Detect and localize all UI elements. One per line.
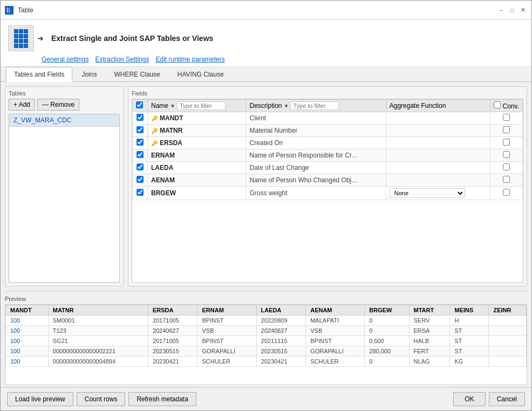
tab-joins[interactable]: Joins [73,67,105,81]
header: ➜ Extract Single and Joint SAP Tables or… [1,20,531,67]
preview-table-wrap[interactable]: MANDTMATNRERSDAERNAMLAEDAAENAMBRGEWMTART… [5,304,527,385]
preview-col-header: ZEINR [489,305,527,316]
row-checkbox[interactable] [137,176,144,183]
key-icon: 🔑 [151,115,158,121]
preview-cell: 0 [365,316,409,326]
table-row: LAEDADate of Last Change [133,162,523,174]
cancel-button[interactable]: Cancel [489,392,525,406]
conv-checkbox[interactable] [503,126,510,133]
name-filter-input[interactable] [177,101,226,110]
tab-bar: Tables and Fields Joins WHERE Clause HAV… [1,67,531,82]
window-title: Table [18,6,33,14]
field-desc-cell: Date of Last Change [246,162,386,174]
add-table-button[interactable]: + Add [9,99,35,111]
preview-cell: 20171005 [148,336,197,346]
preview-tbody: 100SM000120171005BPINST20220809MALAPATI0… [6,316,527,367]
general-settings-link[interactable]: General settings [42,56,88,63]
field-name-cell: 🔑ERSDA [148,137,246,149]
name-col-label: Name [151,102,168,109]
row-checkbox[interactable] [137,126,144,133]
table-row: 🔑MANDTClient [133,112,523,125]
tables-toolbar: + Add — Remove [9,99,120,111]
table-item[interactable]: Z_VW_MARA_CDC [9,114,119,127]
row-checkbox[interactable] [137,139,144,146]
tables-label: Tables [9,90,120,97]
header-links: General settings Extraction Settings Edi… [8,56,524,63]
app-icon: b [5,6,13,15]
tab-having-clause[interactable]: HAVING Clause [169,67,232,81]
field-desc-cell: Client [246,112,386,125]
grid-icon [14,29,28,48]
title-bar-left: b Table [5,6,33,15]
preview-cell: SERV [409,316,450,326]
row-checkbox[interactable] [137,189,144,196]
conv-header-checkbox[interactable] [494,101,501,108]
fields-table-wrap: Name ▼ Description ▼ [132,99,523,283]
conv-checkbox[interactable] [503,176,510,183]
preview-col-header: MEINS [450,305,489,316]
preview-cell: 20230421 [256,357,306,367]
preview-row: 100SM000120171005BPINST20220809MALAPATI0… [6,316,527,326]
remove-table-button[interactable]: — Remove [37,99,79,111]
close-button[interactable]: ✕ [519,6,527,15]
preview-cell [489,357,527,367]
preview-cell [489,316,527,326]
row-checkbox[interactable] [137,151,144,158]
preview-cell: ST [450,326,489,336]
ok-button[interactable]: OK [453,392,485,406]
preview-header-row: MANDTMATNRERSDAERNAMLAEDAAENAMBRGEWMTART… [6,305,527,316]
tab-where-clause[interactable]: WHERE Clause [106,67,168,81]
minimize-button[interactable]: − [497,6,506,15]
conv-checkbox[interactable] [503,139,510,146]
window-controls: − □ ✕ [497,6,527,15]
extraction-settings-link[interactable]: Extraction Settings [95,56,149,63]
preview-cell: 0000000000000004894 [48,357,148,367]
maximize-button[interactable]: □ [508,6,516,15]
conv-checkbox[interactable] [503,189,510,196]
field-name-cell: AENAM [148,174,246,187]
conv-checkbox[interactable] [503,163,510,170]
count-rows-button[interactable]: Count rows [77,392,126,406]
preview-cell [489,346,527,357]
col-header-conv: Conv. [490,100,523,112]
tab-tables-fields[interactable]: Tables and Fields [6,67,72,82]
main-content: Tables + Add — Remove Z_VW_MARA_CDC Fiel… [1,82,531,291]
preview-cell: SM0001 [48,316,148,326]
preview-cell: 100 [6,357,49,367]
preview-col-header: LAEDA [256,305,306,316]
aggregate-select[interactable]: None [390,188,465,198]
field-desc-cell: Name of Person Who Changed Obj… [246,174,386,187]
table-row: AENAMName of Person Who Changed Obj… [133,174,523,187]
preview-cell: 20211115 [256,336,306,346]
conv-check-header: Conv. [494,102,519,110]
preview-cell: HALB [409,336,450,346]
table-row: 🔑MATNRMaterial Number [133,125,523,137]
col-header-check [133,100,148,112]
conv-checkbox[interactable] [503,151,510,158]
field-aggregate-cell: None [386,187,490,200]
row-checkbox[interactable] [137,114,144,121]
preview-cell: ST [450,336,489,346]
desc-filter-input[interactable] [290,101,339,110]
header-title: Extract Single and Joint SAP Tables or V… [51,34,213,43]
preview-cell: VSB [197,326,256,336]
preview-cell: SCHULER [197,357,256,367]
fields-table: Name ▼ Description ▼ [132,99,523,200]
preview-cell: 20171005 [148,316,197,326]
table-row: ERNAMName of Person Responsible for Cr… [133,149,523,162]
edit-runtime-link[interactable]: Edit runtime parameters [155,56,224,63]
load-preview-button[interactable]: Load live preview [7,392,73,406]
conv-checkbox[interactable] [503,114,510,121]
preview-cell: 0,500 [365,336,409,346]
row-checkbox[interactable] [137,163,144,170]
preview-cell: 280,000 [365,346,409,357]
preview-row: 100T12320240627VSB20240627VSB0ERSAST [6,326,527,336]
preview-cell: BPINST [197,316,256,326]
select-all-checkbox[interactable] [136,101,143,108]
refresh-metadata-button[interactable]: Refresh metadata [128,392,196,406]
preview-cell: 20230515 [148,346,197,357]
field-desc-cell: Name of Person Responsible for Cr… [246,149,386,162]
field-aggregate-cell [386,162,490,174]
field-desc-cell: Created On [246,137,386,149]
preview-label: Preview [5,296,527,302]
